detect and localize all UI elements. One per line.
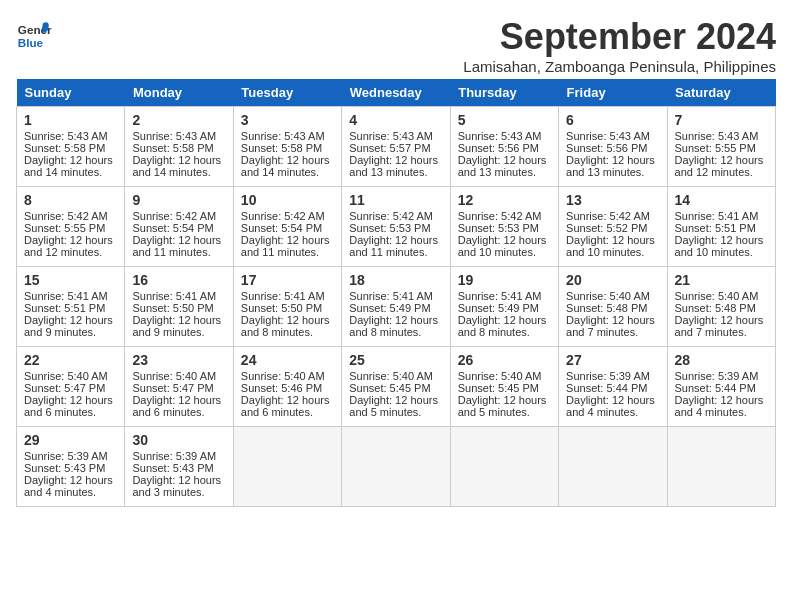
daylight-text: Daylight: 12 hours and 7 minutes. bbox=[566, 314, 655, 338]
calendar-table: SundayMondayTuesdayWednesdayThursdayFrid… bbox=[16, 79, 776, 507]
daylight-text: Daylight: 12 hours and 14 minutes. bbox=[132, 154, 221, 178]
sunset-text: Sunset: 5:51 PM bbox=[675, 222, 756, 234]
header: General Blue September 2024 Lamisahan, Z… bbox=[16, 16, 776, 75]
sunrise-text: Sunrise: 5:43 AM bbox=[566, 130, 650, 142]
day-number: 7 bbox=[675, 112, 768, 128]
daylight-text: Daylight: 12 hours and 5 minutes. bbox=[349, 394, 438, 418]
calendar-cell: 7 Sunrise: 5:43 AM Sunset: 5:55 PM Dayli… bbox=[667, 107, 775, 187]
calendar-cell: 14 Sunrise: 5:41 AM Sunset: 5:51 PM Dayl… bbox=[667, 187, 775, 267]
calendar-week-row: 8 Sunrise: 5:42 AM Sunset: 5:55 PM Dayli… bbox=[17, 187, 776, 267]
daylight-text: Daylight: 12 hours and 13 minutes. bbox=[458, 154, 547, 178]
day-number: 3 bbox=[241, 112, 334, 128]
daylight-text: Daylight: 12 hours and 12 minutes. bbox=[24, 234, 113, 258]
daylight-text: Daylight: 12 hours and 14 minutes. bbox=[241, 154, 330, 178]
calendar-cell: 18 Sunrise: 5:41 AM Sunset: 5:49 PM Dayl… bbox=[342, 267, 450, 347]
calendar-week-row: 15 Sunrise: 5:41 AM Sunset: 5:51 PM Dayl… bbox=[17, 267, 776, 347]
sunrise-text: Sunrise: 5:41 AM bbox=[458, 290, 542, 302]
weekday-header-monday: Monday bbox=[125, 79, 233, 107]
day-number: 21 bbox=[675, 272, 768, 288]
sunset-text: Sunset: 5:54 PM bbox=[241, 222, 322, 234]
day-number: 16 bbox=[132, 272, 225, 288]
daylight-text: Daylight: 12 hours and 6 minutes. bbox=[132, 394, 221, 418]
day-number: 30 bbox=[132, 432, 225, 448]
sunset-text: Sunset: 5:46 PM bbox=[241, 382, 322, 394]
calendar-cell bbox=[450, 427, 558, 507]
sunrise-text: Sunrise: 5:39 AM bbox=[566, 370, 650, 382]
daylight-text: Daylight: 12 hours and 8 minutes. bbox=[349, 314, 438, 338]
weekday-header-tuesday: Tuesday bbox=[233, 79, 341, 107]
sunset-text: Sunset: 5:44 PM bbox=[566, 382, 647, 394]
calendar-cell: 27 Sunrise: 5:39 AM Sunset: 5:44 PM Dayl… bbox=[559, 347, 667, 427]
day-number: 18 bbox=[349, 272, 442, 288]
sunrise-text: Sunrise: 5:40 AM bbox=[241, 370, 325, 382]
weekday-header-row: SundayMondayTuesdayWednesdayThursdayFrid… bbox=[17, 79, 776, 107]
sunset-text: Sunset: 5:47 PM bbox=[24, 382, 105, 394]
daylight-text: Daylight: 12 hours and 13 minutes. bbox=[349, 154, 438, 178]
calendar-cell: 8 Sunrise: 5:42 AM Sunset: 5:55 PM Dayli… bbox=[17, 187, 125, 267]
daylight-text: Daylight: 12 hours and 4 minutes. bbox=[675, 394, 764, 418]
day-number: 10 bbox=[241, 192, 334, 208]
calendar-cell: 19 Sunrise: 5:41 AM Sunset: 5:49 PM Dayl… bbox=[450, 267, 558, 347]
sunset-text: Sunset: 5:45 PM bbox=[349, 382, 430, 394]
sunset-text: Sunset: 5:56 PM bbox=[566, 142, 647, 154]
calendar-cell bbox=[559, 427, 667, 507]
sunset-text: Sunset: 5:48 PM bbox=[566, 302, 647, 314]
calendar-cell bbox=[233, 427, 341, 507]
sunset-text: Sunset: 5:49 PM bbox=[349, 302, 430, 314]
sunset-text: Sunset: 5:54 PM bbox=[132, 222, 213, 234]
day-number: 22 bbox=[24, 352, 117, 368]
sunset-text: Sunset: 5:52 PM bbox=[566, 222, 647, 234]
calendar-cell: 24 Sunrise: 5:40 AM Sunset: 5:46 PM Dayl… bbox=[233, 347, 341, 427]
sunrise-text: Sunrise: 5:39 AM bbox=[675, 370, 759, 382]
calendar-cell: 9 Sunrise: 5:42 AM Sunset: 5:54 PM Dayli… bbox=[125, 187, 233, 267]
sunrise-text: Sunrise: 5:39 AM bbox=[24, 450, 108, 462]
calendar-cell bbox=[342, 427, 450, 507]
calendar-cell: 15 Sunrise: 5:41 AM Sunset: 5:51 PM Dayl… bbox=[17, 267, 125, 347]
daylight-text: Daylight: 12 hours and 12 minutes. bbox=[675, 154, 764, 178]
day-number: 5 bbox=[458, 112, 551, 128]
daylight-text: Daylight: 12 hours and 9 minutes. bbox=[24, 314, 113, 338]
sunset-text: Sunset: 5:55 PM bbox=[675, 142, 756, 154]
day-number: 1 bbox=[24, 112, 117, 128]
daylight-text: Daylight: 12 hours and 10 minutes. bbox=[675, 234, 764, 258]
sunrise-text: Sunrise: 5:40 AM bbox=[675, 290, 759, 302]
calendar-cell: 13 Sunrise: 5:42 AM Sunset: 5:52 PM Dayl… bbox=[559, 187, 667, 267]
daylight-text: Daylight: 12 hours and 7 minutes. bbox=[675, 314, 764, 338]
day-number: 28 bbox=[675, 352, 768, 368]
weekday-header-wednesday: Wednesday bbox=[342, 79, 450, 107]
day-number: 11 bbox=[349, 192, 442, 208]
calendar-week-row: 29 Sunrise: 5:39 AM Sunset: 5:43 PM Dayl… bbox=[17, 427, 776, 507]
sunset-text: Sunset: 5:45 PM bbox=[458, 382, 539, 394]
day-number: 26 bbox=[458, 352, 551, 368]
daylight-text: Daylight: 12 hours and 5 minutes. bbox=[458, 394, 547, 418]
sunset-text: Sunset: 5:49 PM bbox=[458, 302, 539, 314]
calendar-cell: 22 Sunrise: 5:40 AM Sunset: 5:47 PM Dayl… bbox=[17, 347, 125, 427]
sunrise-text: Sunrise: 5:40 AM bbox=[349, 370, 433, 382]
calendar-cell: 4 Sunrise: 5:43 AM Sunset: 5:57 PM Dayli… bbox=[342, 107, 450, 187]
day-number: 23 bbox=[132, 352, 225, 368]
calendar-week-row: 1 Sunrise: 5:43 AM Sunset: 5:58 PM Dayli… bbox=[17, 107, 776, 187]
sunrise-text: Sunrise: 5:39 AM bbox=[132, 450, 216, 462]
sunrise-text: Sunrise: 5:42 AM bbox=[566, 210, 650, 222]
calendar-cell: 16 Sunrise: 5:41 AM Sunset: 5:50 PM Dayl… bbox=[125, 267, 233, 347]
daylight-text: Daylight: 12 hours and 11 minutes. bbox=[349, 234, 438, 258]
daylight-text: Daylight: 12 hours and 10 minutes. bbox=[566, 234, 655, 258]
sunset-text: Sunset: 5:51 PM bbox=[24, 302, 105, 314]
location-title: Lamisahan, Zamboanga Peninsula, Philippi… bbox=[463, 58, 776, 75]
title-area: September 2024 Lamisahan, Zamboanga Peni… bbox=[463, 16, 776, 75]
calendar-cell bbox=[667, 427, 775, 507]
daylight-text: Daylight: 12 hours and 3 minutes. bbox=[132, 474, 221, 498]
day-number: 8 bbox=[24, 192, 117, 208]
day-number: 27 bbox=[566, 352, 659, 368]
sunset-text: Sunset: 5:43 PM bbox=[24, 462, 105, 474]
sunset-text: Sunset: 5:50 PM bbox=[241, 302, 322, 314]
daylight-text: Daylight: 12 hours and 6 minutes. bbox=[241, 394, 330, 418]
day-number: 14 bbox=[675, 192, 768, 208]
calendar-cell: 20 Sunrise: 5:40 AM Sunset: 5:48 PM Dayl… bbox=[559, 267, 667, 347]
day-number: 15 bbox=[24, 272, 117, 288]
sunrise-text: Sunrise: 5:42 AM bbox=[24, 210, 108, 222]
sunset-text: Sunset: 5:53 PM bbox=[458, 222, 539, 234]
sunrise-text: Sunrise: 5:43 AM bbox=[458, 130, 542, 142]
logo-icon: General Blue bbox=[16, 16, 52, 52]
sunset-text: Sunset: 5:48 PM bbox=[675, 302, 756, 314]
